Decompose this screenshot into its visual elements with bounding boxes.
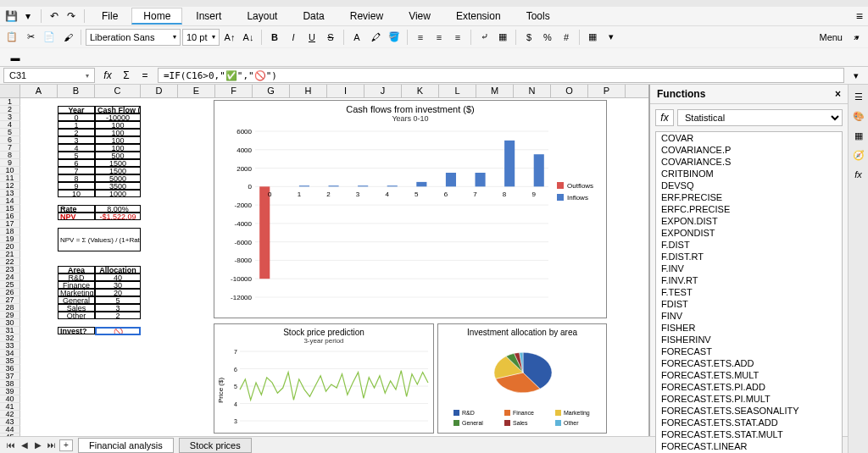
close-icon[interactable]: × [835, 88, 841, 100]
col-header[interactable]: E [178, 85, 215, 97]
cell[interactable]: Marketing [58, 289, 95, 296]
cell[interactable]: Finance [58, 281, 95, 289]
col-header[interactable]: P [588, 85, 626, 97]
col-header[interactable]: D [141, 85, 178, 97]
col-header[interactable]: F [215, 85, 253, 97]
functions-icon[interactable]: fx [854, 169, 862, 180]
function-list-item[interactable]: FDIST [656, 298, 842, 310]
cell[interactable]: 3 [58, 136, 95, 144]
equals-icon[interactable]: = [137, 68, 153, 83]
menu-layout[interactable]: Layout [235, 8, 289, 25]
function-list-item[interactable]: COVARIANCE.P [656, 144, 842, 156]
strike-button[interactable]: S [322, 29, 339, 46]
next-sheet-icon[interactable]: ▶ [32, 439, 44, 451]
function-list-item[interactable]: FORECAST.ETS.PI.ADD [656, 381, 842, 393]
function-list-item[interactable]: DEVSQ [656, 180, 842, 191]
fx-icon[interactable]: fx [655, 109, 674, 126]
number-icon[interactable]: # [558, 29, 575, 46]
highlight-icon[interactable]: 🖍 [367, 29, 384, 46]
function-list-item[interactable]: FORECAST.ETS.SEASONALITY [656, 405, 842, 417]
cell[interactable]: 9 [58, 182, 95, 190]
function-list-item[interactable]: FISHERINV [656, 334, 842, 345]
cell[interactable]: Cash Flow ($) [95, 106, 141, 113]
function-list-item[interactable]: FORECAST.ETS.ADD [656, 357, 842, 369]
spreadsheet[interactable]: A B C D E F G H I J K L M N O P 12345678… [0, 85, 649, 436]
cell[interactable]: 0 [58, 113, 95, 121]
style-icon[interactable]: ▾ [603, 29, 620, 46]
last-sheet-icon[interactable]: ⏭ [46, 439, 58, 451]
menu-home[interactable]: Home [131, 8, 182, 25]
cell[interactable]: Area [58, 266, 95, 273]
function-list-item[interactable]: FORECAST.ETS.PI.MULT [656, 393, 842, 405]
chevron-down-icon[interactable]: ▾ [855, 33, 860, 41]
cell[interactable]: 1500 [95, 167, 141, 174]
function-list-item[interactable]: F.DIST [656, 239, 842, 251]
align-right-icon[interactable]: ≡ [449, 29, 466, 46]
hamburger-icon[interactable]: ≡ [856, 9, 863, 23]
bar-chart[interactable]: Cash flows from investment ($) Years 0-1… [214, 100, 607, 318]
cell[interactable]: 4 [58, 144, 95, 152]
col-header[interactable]: M [476, 85, 514, 97]
underline-button[interactable]: U [303, 29, 320, 46]
percent-icon[interactable]: % [539, 29, 556, 46]
prev-sheet-icon[interactable]: ◀ [19, 439, 31, 451]
gallery-icon[interactable]: ▦ [854, 130, 863, 141]
function-list-item[interactable]: F.TEST [656, 286, 842, 298]
function-list-item[interactable]: FORECAST [656, 345, 842, 357]
first-sheet-icon[interactable]: ⏮ [5, 439, 17, 451]
cell[interactable]: 3 [95, 304, 141, 312]
menu-data[interactable]: Data [291, 8, 336, 25]
currency-icon[interactable]: $ [520, 29, 537, 46]
col-header[interactable]: J [364, 85, 402, 97]
grow-font-icon[interactable]: A↑ [221, 29, 238, 46]
function-list-item[interactable]: COVARIANCE.S [656, 156, 842, 168]
function-list-item[interactable]: EXPON.DIST [656, 215, 842, 227]
col-header[interactable]: H [290, 85, 327, 97]
cell[interactable]: -$1,522.09 [95, 213, 141, 220]
sum-icon[interactable]: Σ [119, 68, 134, 83]
formula-input[interactable]: =IF(C16>0,"✅","🚫") [158, 68, 844, 83]
cell[interactable]: 30 [95, 281, 141, 289]
cell[interactable]: Allocation [95, 266, 141, 273]
row-color-icon[interactable]: ▬ [7, 49, 24, 66]
cell[interactable]: 5 [95, 296, 141, 304]
function-list-item[interactable]: FORECAST.ETS.STAT.MULT [656, 428, 842, 440]
cell[interactable]: Rate [58, 205, 95, 213]
paste-icon[interactable]: 📋 [3, 29, 20, 46]
function-list-item[interactable]: ERFC.PRECISE [656, 203, 842, 215]
cell[interactable]: 3500 [95, 182, 141, 190]
function-list-item[interactable]: FINV [656, 310, 842, 322]
line-chart[interactable]: Stock price prediction 3-year period 345… [214, 323, 434, 434]
undo-icon[interactable]: ↶ [47, 8, 62, 24]
menu-tools[interactable]: Tools [515, 8, 562, 25]
italic-button[interactable]: I [285, 29, 302, 46]
add-sheet-button[interactable]: + [59, 439, 73, 451]
function-list-item[interactable]: COVAR [656, 132, 842, 144]
function-list-item[interactable]: CRITBINOM [656, 168, 842, 180]
cell[interactable]: 500 [95, 152, 141, 159]
function-list-item[interactable]: F.INV.RT [656, 274, 842, 286]
cell[interactable]: Sales [58, 304, 95, 312]
cell[interactable]: Invest? [58, 327, 95, 334]
cell[interactable]: 1500 [95, 159, 141, 167]
function-list-item[interactable]: FISHER [656, 322, 842, 334]
align-left-icon[interactable]: ≡ [412, 29, 429, 46]
function-list-item[interactable]: EXPONDIST [656, 227, 842, 239]
shrink-font-icon[interactable]: A↓ [240, 29, 257, 46]
cell[interactable]: Other [58, 312, 95, 319]
cell[interactable]: 5 [58, 152, 95, 159]
col-header[interactable]: A [20, 85, 58, 97]
font-size-select[interactable]: 10 pt▾ [182, 29, 220, 46]
cell[interactable]: 1000 [95, 190, 141, 197]
font-color-icon[interactable]: A [348, 29, 365, 46]
cell[interactable]: -10000 [95, 113, 141, 121]
cell[interactable]: 7 [58, 167, 95, 174]
menu-insert[interactable]: Insert [184, 8, 233, 25]
cell[interactable]: 8.00% [95, 205, 141, 213]
redo-icon[interactable]: ↷ [64, 8, 79, 24]
menu-file[interactable]: File [90, 8, 130, 25]
col-header[interactable]: C [95, 85, 141, 97]
save-icon[interactable]: 💾 [3, 8, 19, 24]
cell[interactable]: Year [58, 106, 95, 113]
cell[interactable]: 1 [58, 121, 95, 129]
